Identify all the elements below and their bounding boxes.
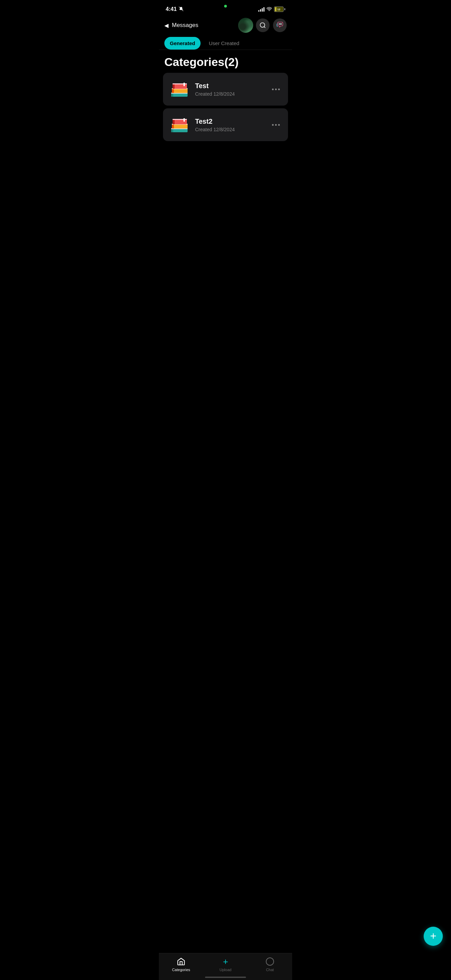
svg-rect-24	[173, 119, 175, 124]
ai-chat-button[interactable]	[273, 19, 287, 32]
category-subtitle-test2: Created 12/8/2024	[195, 127, 264, 132]
svg-rect-10	[172, 89, 187, 93]
tab-user-created[interactable]: User Created	[203, 37, 245, 49]
nav-right-actions	[256, 19, 287, 32]
category-title-test2: Test2	[195, 118, 264, 126]
svg-rect-11	[172, 89, 174, 93]
category-card-test2[interactable]: Test2 Created 12/8/2024	[163, 108, 288, 141]
category-more-button-test2[interactable]	[269, 121, 283, 129]
category-info-test: Test Created 12/8/2024	[195, 82, 264, 97]
tab-generated[interactable]: Generated	[164, 37, 200, 49]
svg-point-5	[280, 24, 281, 24]
search-icon	[259, 22, 266, 29]
tab-bar: Generated User Created	[159, 37, 292, 50]
svg-rect-8	[171, 93, 173, 97]
svg-rect-21	[172, 124, 174, 129]
svg-point-4	[279, 24, 279, 24]
svg-rect-26	[183, 118, 185, 122]
status-icons: 12	[258, 6, 285, 12]
search-button[interactable]	[256, 19, 270, 32]
svg-point-1	[269, 10, 270, 11]
svg-rect-20	[172, 124, 187, 129]
back-arrow-icon[interactable]: ◀	[164, 22, 168, 29]
category-info-test2: Test2 Created 12/8/2024	[195, 118, 264, 132]
status-bar: 4:41 12	[159, 0, 292, 16]
svg-rect-7	[171, 93, 187, 97]
page-title: Categories(2)	[159, 50, 292, 73]
categories-list: Test Created 12/8/2024	[159, 73, 292, 141]
avatar[interactable]	[238, 18, 253, 33]
svg-rect-16	[183, 83, 185, 86]
svg-point-2	[260, 23, 265, 27]
notification-bell-slash-icon	[179, 6, 183, 12]
svg-line-3	[264, 27, 265, 28]
status-time: 4:41	[166, 6, 183, 12]
ai-chat-icon	[276, 21, 283, 29]
svg-point-6	[281, 24, 281, 24]
category-icon-test2	[168, 114, 190, 136]
svg-rect-14	[173, 84, 175, 89]
camera-active-indicator	[224, 5, 227, 8]
navigation-row: ◀ Messages	[159, 16, 292, 37]
wifi-icon	[267, 6, 272, 12]
svg-rect-17	[171, 129, 187, 132]
battery-icon: 12	[274, 6, 284, 12]
svg-rect-18	[171, 129, 173, 132]
signal-icon	[258, 7, 264, 12]
category-more-button-test[interactable]	[269, 86, 283, 93]
category-icon-test	[168, 78, 190, 100]
category-title-test: Test	[195, 82, 264, 90]
back-label[interactable]: Messages	[172, 22, 198, 29]
category-subtitle-test: Created 12/8/2024	[195, 91, 264, 97]
category-card-test[interactable]: Test Created 12/8/2024	[163, 73, 288, 106]
nav-left: ◀ Messages	[164, 22, 198, 29]
